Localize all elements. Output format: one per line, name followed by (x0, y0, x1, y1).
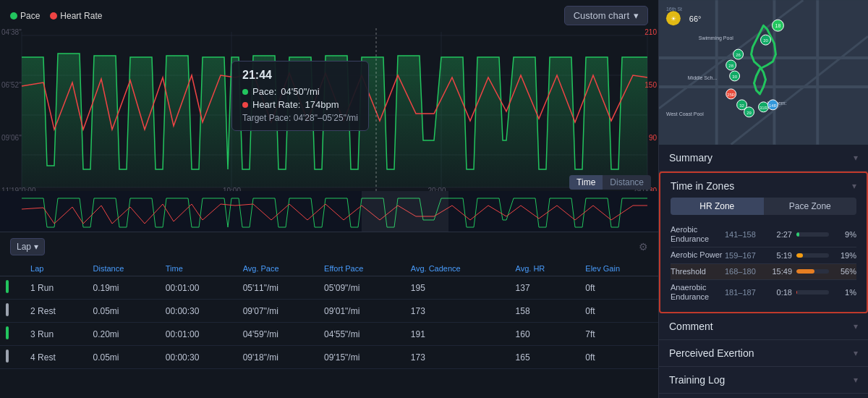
row-time: 00:00:30 (160, 300, 237, 323)
tooltip-time: 21:44 (242, 69, 358, 82)
svg-text:32: 32 (739, 103, 744, 108)
zone-bar-track (796, 253, 829, 258)
right-panel: 16th St Swimming Pool Middle Sch... Inte… (658, 0, 868, 398)
hr-zone-tab[interactable]: HR Zone (671, 198, 764, 215)
th-distance[interactable]: Distance (88, 261, 160, 276)
training-log-title: Training Log (669, 374, 725, 386)
zone-pct: 56% (833, 267, 856, 276)
mini-chart (0, 191, 658, 232)
time-toggle[interactable]: Time (569, 175, 603, 190)
th-time[interactable]: Time (160, 261, 237, 276)
row-avg-cadence: 195 (405, 276, 510, 300)
zone-time: 5:19 (765, 251, 792, 260)
chart-svg-container: 04'38" 06'52" 09'06" 11'19" 210 150 90 3… (0, 28, 658, 232)
table-row[interactable]: 2 Rest 0.05mi 00:00:30 09'07"/mi 09'01"/… (0, 300, 658, 323)
pace-zone-tab[interactable]: Pace Zone (764, 198, 857, 215)
tooltip-target: Target Pace: 04'28"–05'25"/mi (242, 113, 358, 123)
th-lap[interactable]: Lap (25, 261, 87, 276)
hr-dot (50, 12, 57, 20)
row-avg-pace: 05'11"/mi (237, 276, 318, 300)
chart-area: Pace Heart Rate Custom chart ▾ 04'38" 06… (0, 0, 658, 232)
custom-chart-button[interactable]: Custom chart ▾ (564, 6, 648, 25)
summary-header[interactable]: Summary ▾ (669, 152, 858, 164)
zone-pct: 19% (833, 251, 856, 260)
perceived-exertion-chevron-icon: ▾ (854, 348, 858, 358)
filter-icon[interactable]: ⚙ (639, 241, 648, 253)
svg-text:26: 26 (736, 53, 741, 57)
svg-text:20: 20 (763, 38, 768, 43)
hr-label: Heart Rate (60, 11, 102, 21)
pace-dot (10, 12, 17, 20)
map-svg: 16th St Swimming Pool Middle Sch... Inte… (659, 0, 868, 145)
zone-name: Aerobic Endurance (671, 225, 725, 244)
y-label-2: 06'52" (1, 81, 22, 89)
th-avg-pace[interactable]: Avg. Pace (237, 261, 318, 276)
lap-select[interactable]: Lap ▾ (10, 238, 45, 255)
row-time: 00:01:00 (160, 276, 237, 300)
tooltip-target-label: Target Pace: (242, 113, 291, 123)
custom-chart-label: Custom chart (574, 10, 629, 21)
row-distance: 0.19mi (88, 276, 160, 300)
row-distance: 0.05mi (88, 300, 160, 323)
row-avg-cadence: 173 (405, 300, 510, 323)
svg-rect-10 (0, 191, 658, 232)
th-avg-hr[interactable]: Avg. HR (510, 261, 580, 276)
zone-time: 2:27 (765, 230, 792, 239)
table-row[interactable]: 3 Run 0.20mi 00:01:00 04'59"/mi 04'55"/m… (0, 323, 658, 346)
row-elev-gain: 0ft (579, 300, 658, 323)
zone-name: Threshold (671, 267, 725, 276)
row-elev-gain: 0ft (579, 276, 658, 300)
zone-bar-fill (796, 232, 799, 237)
lap-select-label: Lap (17, 242, 31, 252)
th-avg-cadence[interactable]: Avg. Cadence (405, 261, 510, 276)
row-lap: 2 Rest (25, 300, 87, 323)
tooltip-pace-row: Pace: 04'50"/mi (242, 86, 358, 97)
row-lap: 3 Run (25, 323, 87, 346)
row-effort-pace: 09'15"/mi (318, 346, 405, 369)
data-table: Lap Distance Time Avg. Pace Effort Pace … (0, 261, 658, 369)
table-row[interactable]: 1 Run 0.19mi 00:01:00 05'11"/mi 05'09"/m… (0, 276, 658, 300)
row-effort-pace: 05'09"/mi (318, 276, 405, 300)
zone-pct: 9% (833, 230, 856, 239)
time-distance-toggle[interactable]: Time Distance (569, 175, 651, 190)
row-elev-gain: 7ft (579, 323, 658, 346)
zone-range: 141–158 (725, 230, 765, 239)
zones-chevron-icon: ▾ (852, 181, 856, 191)
map-area[interactable]: 16th St Swimming Pool Middle Sch... Inte… (659, 0, 868, 145)
row-avg-hr: 165 (510, 346, 580, 369)
zone-tabs[interactable]: HR Zone Pace Zone (671, 198, 856, 215)
chart-tooltip: 21:44 Pace: 04'50"/mi Heart Rate: 174bpm… (231, 61, 369, 131)
table-area: Lap ▾ ⚙ Lap Distance Time Avg. Pace Effo… (0, 232, 658, 398)
hr-legend-item: Heart Rate (50, 11, 102, 21)
distance-toggle[interactable]: Distance (603, 175, 651, 190)
tooltip-hr-label: Heart Rate: (252, 99, 300, 110)
tooltip-pace-label: Pace: (252, 86, 276, 97)
y-right-1: 210 (644, 28, 657, 36)
svg-text:25R: 25R (727, 93, 736, 97)
zone-bar-fill (796, 269, 814, 274)
training-log-header[interactable]: Training Log ▾ (669, 374, 858, 386)
y-axis-right: 210 150 90 30 (644, 28, 657, 195)
y-right-3: 90 (644, 134, 657, 142)
lap-chevron-icon: ▾ (34, 242, 38, 252)
training-log-section: Training Log ▾ (659, 367, 868, 394)
zone-range: 159–167 (725, 251, 765, 260)
svg-text:28: 28 (728, 64, 733, 68)
comment-header[interactable]: Comment ▾ (669, 321, 858, 332)
zone-pct: 1% (833, 288, 856, 297)
th-elev-gain[interactable]: Elev Gain (579, 261, 658, 276)
row-avg-cadence: 191 (405, 323, 510, 346)
table-row[interactable]: 4 Rest 0.05mi 00:00:30 09'18"/mi 09'15"/… (0, 346, 658, 369)
svg-text:30: 30 (732, 75, 737, 79)
svg-text:31R: 31R (760, 106, 768, 110)
chart-header: Pace Heart Rate Custom chart ▾ (0, 0, 658, 28)
row-distance: 0.20mi (88, 323, 160, 346)
row-avg-pace: 09'18"/mi (237, 346, 318, 369)
row-time: 00:00:30 (160, 346, 237, 369)
zones-header[interactable]: Time in Zones ▾ (671, 180, 856, 192)
row-avg-hr: 137 (510, 276, 580, 300)
row-avg-cadence: 173 (405, 346, 510, 369)
zone-name: Anaerobic Endurance (671, 283, 725, 302)
perceived-exertion-header[interactable]: Perceived Exertion ▾ (669, 347, 858, 359)
th-effort-pace[interactable]: Effort Pace (318, 261, 405, 276)
